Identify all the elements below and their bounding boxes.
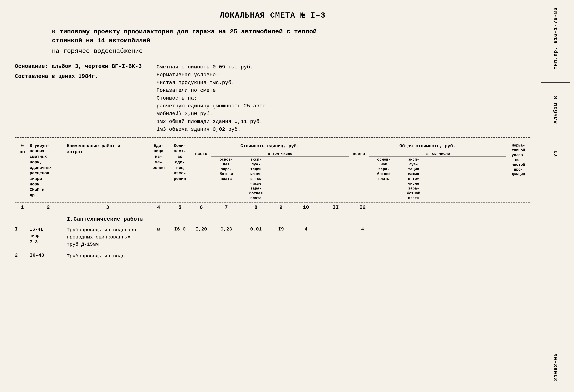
row-numbers: 1 2 3 4 5 6 7 8 9 10 II I2: [15, 203, 531, 212]
row1-norm2: 4: [350, 227, 375, 232]
total-inthat-label: в том числе: [369, 151, 506, 157]
info-left: Основание: альбом 3, чертежи ВГ-I-ВК-3 С…: [15, 63, 142, 133]
table-row: I I6-4Iшифр7-3 Трубопроводы из водогазо-…: [15, 224, 531, 250]
header-col-nn: №пп: [15, 143, 30, 155]
header-unit-price-title: Стоимость единиц, руб.: [191, 143, 349, 150]
header-total-mach: эксп-луа-тациимашинв томчислезара-ботной…: [399, 157, 429, 201]
unit-inthat-label: в том числе: [211, 151, 349, 157]
row1-norm: I6-4Iшифр7-3: [30, 227, 67, 245]
header-col-unit: Еди-ницаиз-ме-рения: [148, 143, 169, 171]
header-nn-label: №пп: [20, 144, 25, 154]
header-unit-subgroup: в том числе основ-наязара-ботнаяплата эк…: [211, 151, 349, 201]
cost-line1: Сметная стоимость 0,09 тыс.руб.: [157, 63, 531, 71]
subtitle-line1: к типовому проекту профилактория для гар…: [52, 27, 531, 36]
header-total-subgroup: в том числе основ-нойзара-ботнойплаты эк…: [369, 151, 506, 201]
unit-subcols: основ-наязара-ботнаяплата эксп-луа-тации…: [211, 157, 349, 201]
sidebar-code2: 71: [553, 150, 559, 157]
rn-1: 1: [15, 205, 30, 210]
header-unit-price-cols: всего в том числе основ-наязара-ботнаяпл…: [191, 151, 349, 201]
header-col-name: Наименование работ изатрат: [67, 143, 148, 155]
rn-4: 4: [148, 205, 169, 210]
unit-mach-label: эксп-луа-тациимашинв томчислезара-ботная…: [249, 157, 263, 200]
cost-line9: 1м3 объема здания 0,02 руб.: [157, 125, 531, 133]
cost-line2: Нормативная условно-: [157, 71, 531, 79]
cost-line4: Показатели по смете: [157, 87, 531, 94]
header-total-base: основ-нойзара-ботнойплаты: [369, 157, 399, 201]
header-total-total: всего: [349, 151, 369, 201]
sidebar-album: Альбом 8: [553, 96, 559, 124]
header-qty-label: Коли-чест-воеди-ницизме-рения: [174, 144, 186, 181]
rn-8: 8: [241, 205, 271, 210]
header-total-group: Общая стоимость, руб. всего в том числе: [349, 143, 506, 201]
row2-nn: 2: [15, 252, 30, 258]
cost-info: Сметная стоимость 0,09 тыс.руб. Норматив…: [157, 63, 531, 133]
info-section: Основание: альбом 3, чертежи ВГ-I-ВК-3 С…: [15, 63, 531, 133]
rn-11: II: [321, 205, 350, 210]
table-header: №пп В укруп-ненныхсметныхнорм,единичныхр…: [15, 141, 531, 203]
rn-5: 5: [169, 205, 191, 210]
right-sidebar: тип.пр. 816-1-76-86 Альбом 8 71 21092-05: [537, 0, 574, 392]
row1-base: 0,23: [211, 227, 241, 232]
header-unit-base: основ-наязара-ботнаяплата: [211, 157, 241, 201]
basis-text: Основание: альбом 3, чертежи ВГ-I-ВК-3: [15, 63, 142, 70]
cost-line6: расчетную единицу (мощность 25 авто-: [157, 102, 531, 110]
header-col-qty: Коли-чест-воеди-ницизме-рения: [169, 143, 191, 182]
subtitle-line2: стоянкой на 14 автомобилей: [52, 36, 531, 45]
sidebar-divider: [541, 82, 570, 83]
row1-qty: I6,0: [169, 227, 191, 232]
header-unit-price-group: Стоимость единиц, руб. всего в том числе: [191, 143, 349, 201]
row1-name: Трубопроводы из водогазо-проводных оцинк…: [67, 227, 148, 248]
subtitle-line3: на горячее водоснабжение: [52, 47, 531, 56]
header-norm-prod: Норма-тивнойуслов-но-чистойпро-дукции: [506, 143, 531, 177]
total-subcols: основ-нойзара-ботнойплаты эксп-луа-тации…: [369, 157, 506, 201]
total-base-label: основ-нойзара-ботнойплаты: [377, 157, 390, 181]
header-unit-mach: эксп-луа-тациимашинв томчислезара-ботная…: [241, 157, 271, 201]
page-title: ЛОКАЛЬНАЯ СМЕТА № I–3: [15, 11, 531, 20]
rn-12: I2: [350, 205, 375, 210]
rn-9: 9: [271, 205, 291, 210]
sidebar-code1: тип.пр. 816-1-76-86: [553, 7, 558, 69]
row1-unit: м: [148, 227, 169, 232]
row1-nn: I: [15, 227, 30, 232]
cost-line3: чистая продукция тыс.руб.: [157, 79, 531, 87]
unit-base-label: основ-наязара-ботнаяплата: [220, 157, 233, 181]
unit-inthat-text: в том числе: [268, 152, 292, 156]
total-total-label: всего: [353, 152, 365, 156]
total-title-text: Общая стоимость, руб.: [399, 144, 455, 148]
sidebar-doc-text: 21092-05: [553, 353, 559, 381]
total-inthat-text: в том числе: [426, 152, 450, 156]
sidebar-doc: 21092-05: [553, 353, 559, 381]
row1-tbase: 4: [291, 227, 321, 232]
unit-total-label: всего: [195, 152, 207, 156]
header-name-label: Наименование работ изатрат: [67, 144, 120, 154]
header-total-cols: всего в том числе основ-нойзара-ботнойпл…: [349, 151, 506, 201]
norm-prod-label: Норма-тивнойуслов-но-чистойпро-дукции: [512, 143, 525, 177]
total-mach-label: эксп-луа-тациимашинв томчислезара-ботной…: [407, 157, 420, 200]
header-unit-label: Еди-ницаиз-ме-рения: [152, 144, 165, 170]
row1-total: I9: [271, 227, 291, 232]
header-total-title: Общая стоимость, руб.: [349, 143, 506, 150]
sidebar-divider2: [541, 137, 570, 137]
cost-line8: 1м2 общей площади здания 0,11 руб.: [157, 118, 531, 125]
header-col-norm: В укруп-ненныхсметныхнорм,единичныхрасце…: [30, 143, 67, 198]
separator-1: [15, 137, 531, 138]
compiled-text: Составлена в ценах 1984г.: [15, 73, 142, 80]
sidebar-divider3: [541, 170, 570, 170]
rn-2: 2: [30, 205, 67, 210]
rn-3: 3: [67, 205, 148, 210]
cost-line5: Стоимость на:: [157, 94, 531, 102]
rn-10: 10: [291, 205, 321, 210]
unit-price-title-text: Стоимость единиц, руб.: [241, 144, 299, 148]
row1-price: I,20: [191, 227, 211, 232]
row2-name: Трубопроводы из водо-: [67, 252, 148, 260]
rn-7: 7: [211, 205, 241, 210]
row1-mach: 0,01: [241, 227, 271, 232]
rn-6: 6: [191, 205, 211, 210]
table-row: 2 I6-43 Трубопроводы из водо-: [15, 250, 531, 262]
header-unit-total: всего: [191, 151, 211, 201]
cost-line7: мобилей) 3,60 руб.: [157, 110, 531, 118]
row2-norm: I6-43: [30, 252, 67, 258]
header-norm-label: В укруп-ненныхсметныхнорм,единичныхрасце…: [30, 144, 52, 198]
section-1-title: I.Сантехнические работы: [15, 212, 531, 224]
